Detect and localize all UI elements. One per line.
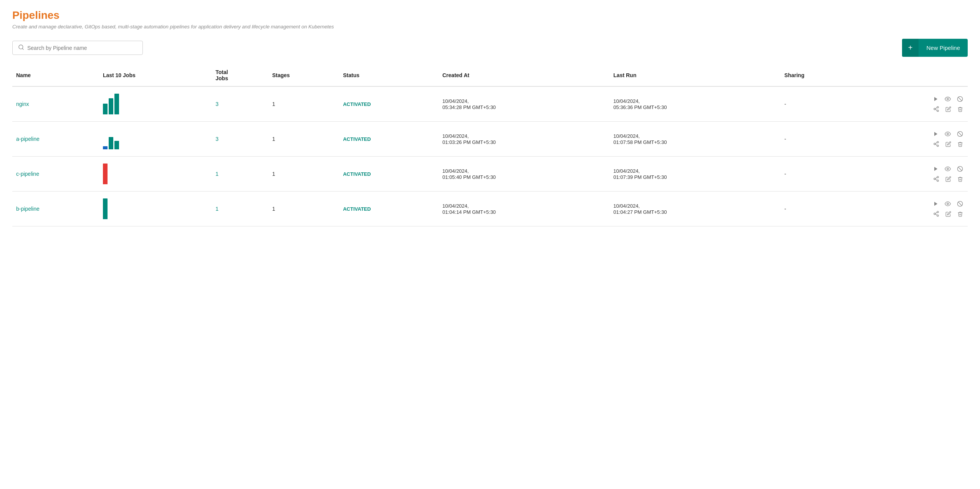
run-button[interactable] [932,200,939,207]
col-createdat: Created At [439,64,609,86]
search-input[interactable] [27,45,137,51]
search-box[interactable] [12,41,143,55]
view-button[interactable] [944,95,952,103]
svg-line-14 [958,132,962,135]
page-title: Pipelines [12,9,968,21]
svg-line-9 [935,109,937,111]
status-badge: ACTIVATED [343,171,371,177]
edit-button[interactable] [945,210,952,218]
pipeline-name[interactable]: a-pipeline [16,136,40,142]
page-container: Pipelines Create and manage declarative,… [0,0,980,489]
delete-button[interactable] [957,175,964,183]
table-row: a-pipeline31ACTIVATED10/04/2024,01:03:26… [12,122,968,157]
share-button[interactable] [932,175,940,183]
actions-container [862,200,964,218]
pipeline-name[interactable]: nginx [16,101,29,107]
created-at: 10/04/2024,01:05:40 PM GMT+5:30 [442,168,496,180]
delete-button[interactable] [957,106,964,113]
sharing-value: - [785,206,786,212]
svg-point-26 [937,180,939,182]
svg-line-1 [22,48,23,50]
run-button[interactable] [932,165,939,172]
table-body: nginx31ACTIVATED10/04/2024,05:34:28 PM G… [12,86,968,226]
action-row-top [932,130,964,138]
run-button[interactable] [932,96,939,102]
edit-button[interactable] [945,106,952,113]
col-lastrun: Last Run [609,64,780,86]
stages-cell: 1 [268,157,339,192]
toolbar: + New Pipeline [12,39,968,57]
pipeline-name[interactable]: c-pipeline [16,171,39,177]
svg-point-8 [937,110,939,112]
bar [114,94,119,114]
col-name: Name [12,64,99,86]
view-button[interactable] [944,200,952,208]
svg-point-24 [937,176,939,178]
new-pipeline-button[interactable]: + New Pipeline [902,39,968,57]
disable-button[interactable] [956,165,964,173]
svg-marker-29 [934,202,937,206]
action-row-bottom [932,105,964,113]
disable-button[interactable] [956,95,964,103]
svg-point-16 [934,143,935,145]
action-row-bottom [932,210,964,218]
svg-line-28 [935,177,937,178]
run-button[interactable] [932,131,939,137]
last-run: 10/04/2024,05:36:36 PM GMT+5:30 [613,98,667,110]
stages-cell: 1 [268,192,339,226]
svg-marker-2 [934,97,937,101]
svg-line-27 [935,179,937,180]
svg-point-17 [937,145,939,147]
last-10-jobs-chart [99,122,212,157]
actions-container [862,165,964,183]
bar [103,104,108,114]
last-10-jobs-chart [99,192,212,226]
total-jobs-link[interactable]: 1 [215,206,219,212]
action-row-top [932,200,964,208]
view-button[interactable] [944,130,952,138]
edit-button[interactable] [945,140,952,148]
total-jobs-link[interactable]: 1 [215,171,219,177]
disable-button[interactable] [956,200,964,208]
pipeline-name[interactable]: b-pipeline [16,206,40,212]
actions-cell [858,122,968,157]
new-pipeline-label: New Pipeline [919,40,968,56]
col-last10jobs: Last 10 Jobs [99,64,212,86]
disable-button[interactable] [956,130,964,138]
actions-cell [858,157,968,192]
edit-button[interactable] [945,175,952,183]
svg-marker-20 [934,167,937,171]
action-row-bottom [932,140,964,148]
table-row: nginx31ACTIVATED10/04/2024,05:34:28 PM G… [12,86,968,122]
svg-line-36 [935,214,937,215]
page-subtitle: Create and manage declarative, GitOps ba… [12,24,968,30]
last-10-jobs-chart [99,157,212,192]
sharing-value: - [785,136,786,142]
bar [109,98,113,114]
share-button[interactable] [932,210,940,218]
svg-line-32 [958,202,962,205]
last-run: 10/04/2024,01:04:27 PM GMT+5:30 [613,203,667,215]
svg-point-34 [934,213,935,215]
svg-point-6 [937,106,939,108]
delete-button[interactable] [957,140,964,148]
action-row-top [932,95,964,103]
last-run: 10/04/2024,01:07:39 PM GMT+5:30 [613,168,667,180]
actions-container [862,95,964,113]
stages-cell: 1 [268,86,339,122]
svg-line-37 [935,212,937,213]
total-jobs-link[interactable]: 3 [215,136,219,142]
total-jobs-link[interactable]: 3 [215,101,219,107]
svg-point-15 [937,141,939,143]
col-sharing: Sharing [781,64,858,86]
svg-marker-11 [934,132,937,136]
delete-button[interactable] [957,210,964,218]
table-header: Name Last 10 Jobs Total Jobs Stages Stat… [12,64,968,86]
action-row-top [932,165,964,173]
svg-point-30 [947,203,949,205]
share-button[interactable] [932,140,940,148]
status-badge: ACTIVATED [343,136,371,142]
created-at: 10/04/2024,05:34:28 PM GMT+5:30 [442,98,496,110]
view-button[interactable] [944,165,952,173]
share-button[interactable] [932,105,940,113]
